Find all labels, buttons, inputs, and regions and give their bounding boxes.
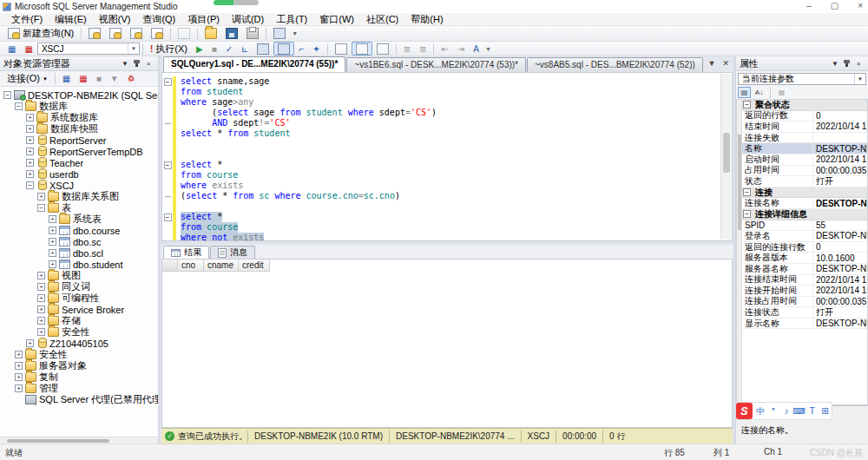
client-statistics-button[interactable]: ⌐ [294, 42, 308, 56]
new-query-button[interactable]: 新建查询(N) [3, 27, 78, 41]
property-pages-button[interactable]: ▦ [775, 87, 788, 98]
tree-item[interactable]: +ReportServer [0, 135, 158, 146]
tree-item[interactable]: SQL Server 代理(已禁用代理 XP) [0, 394, 158, 405]
scrollbar-thumb[interactable] [723, 133, 730, 173]
menu-item[interactable]: 调试(D) [226, 13, 270, 26]
tree-item[interactable]: +系统表 [0, 214, 158, 225]
execute-button[interactable]: ! 执行(X) [146, 42, 192, 56]
menu-item[interactable]: 视图(V) [93, 13, 137, 26]
close-panel-icon[interactable]: × [852, 60, 865, 68]
tree-item[interactable]: +dbo.sc [0, 236, 158, 247]
close-document-icon[interactable]: ✕ [722, 59, 729, 68]
column-header-cno[interactable]: cno [178, 260, 204, 272]
properties-object-combo[interactable]: 当前连接参数 ▼ [738, 73, 866, 85]
increase-indent-button[interactable]: ⇥ [453, 42, 469, 56]
expander-icon[interactable]: − [15, 102, 23, 110]
analysis-xmla-query-button[interactable] [147, 27, 168, 41]
expander-icon[interactable]: + [26, 170, 34, 178]
document-tab-3[interactable]: ~vs8AB5.sql - DES...BME2IK\20774 (52)) [527, 57, 703, 72]
query-designer-button[interactable] [253, 42, 273, 56]
expander-icon[interactable]: + [37, 317, 45, 325]
expander-icon[interactable]: + [49, 260, 56, 268]
sql-code-editor[interactable]: −select sname,sagefrom studentwhere sage… [161, 72, 733, 241]
document-tab-1[interactable]: SQLQuery1.sql - DE...ME2IK\20774 (55))* [163, 56, 345, 72]
estimated-plan-button[interactable]: ⊾ [237, 42, 253, 56]
vertical-scrollbar[interactable] [720, 74, 731, 240]
analysis-mdx-query-button[interactable] [105, 27, 126, 41]
tree-item[interactable]: +复制 [0, 371, 158, 383]
results-to-file-button[interactable] [372, 42, 393, 56]
scrollbar-thumb[interactable] [738, 135, 741, 230]
close-panel-icon[interactable]: × [142, 60, 155, 68]
expander-icon[interactable]: + [37, 193, 45, 200]
disconnect-object-button[interactable]: ▦ [75, 72, 91, 86]
tab-results[interactable]: 结果 [163, 246, 209, 259]
expander-icon[interactable]: + [49, 215, 56, 223]
tree-item[interactable]: +dbo.course [0, 225, 158, 236]
window-position-icon[interactable]: ▼ [119, 60, 131, 68]
results-grid[interactable]: cnocnamecredit [161, 259, 733, 428]
sqlcmd-mode-button[interactable]: ✦ [308, 42, 324, 56]
menu-item[interactable]: 社区(C) [360, 13, 404, 26]
categorized-button[interactable]: ▤ [738, 87, 751, 98]
change-connection-button[interactable]: ▦ [20, 42, 36, 56]
expander-icon[interactable]: + [26, 148, 34, 155]
intellisense-button[interactable]: A [469, 42, 483, 56]
toolbar-overflow-icon[interactable]: ▼ [292, 30, 298, 36]
input-mode-icon[interactable]: 中 [754, 405, 767, 417]
soft-keyboard-icon[interactable]: ⌨ [792, 406, 806, 416]
window-position-icon[interactable]: ▼ [829, 60, 841, 68]
connect-menu-button[interactable]: 连接(O) ▼ [3, 72, 52, 86]
expander-icon[interactable]: + [26, 125, 34, 133]
expander-icon[interactable]: + [15, 351, 23, 358]
collapse-icon[interactable]: − [743, 210, 751, 218]
expander-icon[interactable]: + [15, 362, 23, 370]
active-files-icon[interactable]: ▼ [708, 59, 716, 68]
maximize-button[interactable]: ▢ [831, 1, 838, 10]
tree-item[interactable]: +userdb [0, 168, 158, 180]
pin-icon[interactable] [845, 60, 848, 67]
cancel-query-button[interactable]: ■ [207, 42, 221, 56]
expander-icon[interactable]: + [37, 283, 45, 291]
database-engine-query-button[interactable] [84, 27, 105, 41]
punctuation-icon[interactable]: ❜ [767, 406, 780, 416]
menu-item[interactable]: 查询(Q) [136, 13, 181, 26]
new-document-button[interactable] [174, 27, 194, 41]
voice-icon[interactable]: ♪ [780, 406, 793, 416]
fold-marker[interactable]: − [162, 76, 173, 87]
results-to-text-button[interactable] [331, 42, 352, 56]
property-category[interactable]: −连接详细信息 [742, 209, 867, 220]
tab-messages[interactable]: 消息 [210, 246, 255, 259]
tree-item[interactable]: −DESKTOP-NBME2IK (SQL Server 10.0.160 [0, 89, 158, 101]
expander-icon[interactable]: + [49, 227, 56, 234]
refresh-button[interactable]: ♽ [123, 72, 140, 86]
expander-icon[interactable]: + [26, 159, 34, 167]
expander-icon[interactable]: + [37, 294, 45, 302]
expander-icon[interactable]: + [26, 136, 34, 144]
print-button[interactable] [242, 27, 263, 41]
menu-item[interactable]: 项目(P) [181, 13, 226, 26]
expander-icon[interactable]: − [26, 181, 34, 189]
tree-item[interactable]: +服务器对象 [0, 360, 158, 371]
document-tab-2[interactable]: ~vs1BE6.sql - DESK...ME2IK\20774 (53))* [346, 57, 526, 72]
analysis-dmx-query-button[interactable] [126, 27, 147, 41]
menu-item[interactable]: 帮助(H) [404, 13, 449, 26]
pin-icon[interactable] [135, 60, 138, 67]
skin-icon[interactable]: T [806, 406, 819, 416]
activity-monitor-button[interactable] [269, 27, 290, 41]
expander-icon[interactable]: + [37, 272, 45, 279]
sogou-logo-icon[interactable]: S [736, 403, 753, 419]
stop-process-button[interactable]: ■ [92, 72, 106, 86]
tree-item[interactable]: +Z2104405105 [0, 338, 158, 349]
toolbox-icon[interactable]: ⊞ [819, 406, 832, 416]
expander-icon[interactable]: + [37, 328, 45, 336]
expander-icon[interactable]: − [3, 91, 11, 99]
expander-icon[interactable]: + [15, 384, 23, 392]
save-button[interactable] [221, 27, 242, 41]
collapse-icon[interactable]: − [164, 214, 172, 221]
property-row[interactable]: 显示名称DESKTOP-NBME2IK [742, 319, 867, 330]
scrollbar-thumb[interactable] [7, 439, 109, 443]
parse-button[interactable]: ✓ [221, 42, 237, 56]
tree-item[interactable]: +ReportServerTempDB [0, 146, 158, 157]
debug-button[interactable]: ▶ [192, 42, 207, 56]
